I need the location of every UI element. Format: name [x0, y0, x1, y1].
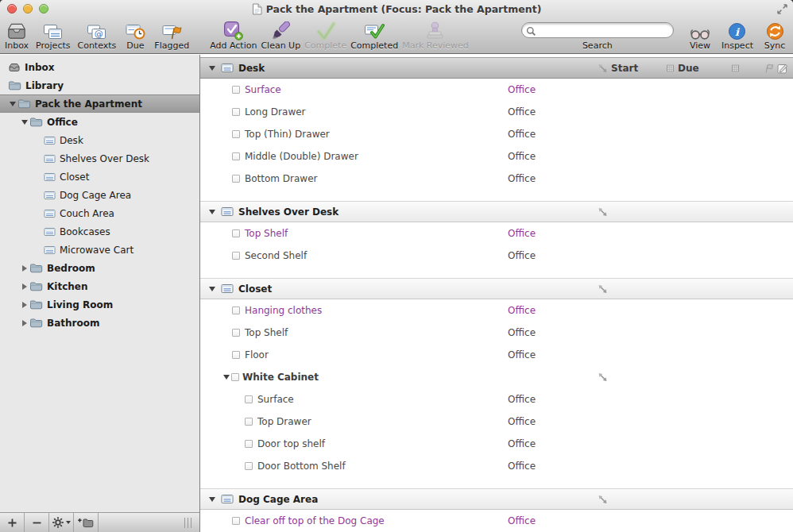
toolbar-button-sync[interactable]: Sync — [763, 19, 787, 51]
sidebar-item-living-room[interactable]: Living Room — [0, 295, 199, 314]
task-context[interactable]: Office — [508, 250, 536, 261]
task-checkbox[interactable] — [232, 130, 240, 138]
toolbar-button-view[interactable]: View — [688, 19, 712, 51]
task-context[interactable]: Office — [508, 327, 536, 338]
toolbar-button-flagged[interactable]: Flagged — [154, 19, 189, 51]
task-context[interactable]: Office — [508, 349, 536, 360]
sidebar-item-shelves-over-desk[interactable]: Shelves Over Desk — [0, 149, 199, 168]
toolbar-button-inbox[interactable]: Inbox — [5, 19, 29, 51]
disclosure-triangle[interactable] — [19, 299, 29, 310]
task-checkbox[interactable] — [232, 229, 240, 237]
toolbar-button-projects[interactable]: Projects — [36, 19, 70, 51]
sidebar-item-library[interactable]: Library — [0, 76, 199, 94]
toolbar-button-clean-up[interactable]: Clean Up — [261, 19, 300, 51]
disclosure-triangle[interactable] — [207, 494, 217, 504]
task-checkbox[interactable] — [232, 351, 240, 359]
minimize-button[interactable] — [23, 4, 33, 13]
task-context[interactable]: Office — [508, 461, 536, 472]
task-long-drawer[interactable]: Long DrawerOffice — [200, 101, 793, 123]
sidebar-item-office[interactable]: Office — [0, 113, 199, 131]
task-context[interactable]: Office — [508, 438, 536, 449]
sidebar-item-bathroom[interactable]: Bathroom — [0, 314, 199, 332]
task-context[interactable]: Office — [508, 228, 536, 239]
task-top-thin-drawer[interactable]: Top (Thin) DrawerOffice — [200, 123, 793, 145]
task-floor[interactable]: FloorOffice — [200, 344, 793, 366]
remove-button[interactable] — [25, 513, 49, 532]
task-context[interactable]: Office — [508, 151, 536, 162]
task-context[interactable]: Office — [508, 394, 536, 405]
column-header-due[interactable]: Due — [678, 63, 699, 74]
toolbar-button-completed[interactable]: Completed — [350, 19, 398, 51]
group-header-closet[interactable]: Closet — [200, 278, 793, 299]
task-context[interactable]: Office — [508, 305, 536, 316]
task-checkbox[interactable] — [245, 418, 253, 426]
action-menu-button[interactable] — [49, 513, 74, 532]
task-checkbox[interactable] — [232, 517, 240, 525]
task-white-cabinet[interactable]: White Cabinet — [200, 366, 793, 388]
group-header-dog-cage-area[interactable]: Dog Cage Area — [200, 488, 793, 510]
task-checkbox[interactable] — [232, 152, 240, 160]
task-checkbox[interactable] — [232, 86, 240, 94]
disclosure-triangle[interactable] — [207, 206, 217, 217]
sidebar-item-pack-the-apartment[interactable]: Pack the Apartment — [0, 94, 199, 113]
sidebar-item-bedroom[interactable]: Bedroom — [0, 259, 199, 277]
sidebar-item-desk[interactable]: Desk — [0, 131, 199, 149]
column-header-start[interactable]: Start — [611, 63, 638, 74]
sidebar-item-inbox[interactable]: Inbox — [0, 58, 199, 76]
task-door-top-shelf[interactable]: Door top shelfOffice — [200, 433, 793, 455]
group-header-desk[interactable]: DeskStartDue — [200, 57, 793, 79]
task-bottom-drawer[interactable]: Bottom DrawerOffice — [200, 168, 793, 190]
add-button[interactable] — [0, 513, 25, 532]
disclosure-triangle[interactable] — [19, 281, 29, 291]
task-door-bottom-shelf[interactable]: Door Bottom ShelfOffice — [200, 455, 793, 477]
task-context[interactable]: Office — [508, 106, 536, 118]
sidebar-resize-handle[interactable] — [184, 518, 192, 528]
sidebar-item-kitchen[interactable]: Kitchen — [0, 277, 199, 295]
task-surface[interactable]: SurfaceOffice — [200, 388, 793, 411]
sidebar-item-microwave-cart[interactable]: Microwave Cart — [0, 241, 199, 259]
toolbar-button-inspect[interactable]: iInspect — [721, 19, 753, 51]
close-button[interactable] — [7, 4, 17, 13]
titlebar[interactable]: Pack the Apartment (Focus: Pack the Apar… — [0, 0, 793, 17]
disclosure-triangle[interactable] — [221, 372, 231, 383]
sidebar-item-closet[interactable]: Closet — [0, 168, 199, 186]
disclosure-triangle[interactable] — [7, 98, 17, 109]
task-checkbox[interactable] — [245, 462, 253, 470]
task-context[interactable]: Office — [508, 416, 536, 427]
task-context[interactable]: Office — [508, 515, 536, 526]
toolbar-button-due[interactable]: Due — [123, 19, 147, 51]
task-second-shelf[interactable]: Second ShelfOffice — [200, 245, 793, 267]
group-header-shelves-over-desk[interactable]: Shelves Over Desk — [200, 201, 793, 222]
task-clear-off-top-of-the-dog-cage[interactable]: Clear off top of the Dog CageOffice — [200, 510, 793, 532]
disclosure-triangle[interactable] — [19, 263, 29, 273]
task-checkbox[interactable] — [232, 329, 240, 337]
toolbar-button-contexts[interactable]: @Contexts — [77, 19, 116, 51]
search-input[interactable] — [521, 22, 674, 38]
task-checkbox[interactable] — [245, 440, 253, 448]
task-context[interactable]: Office — [508, 84, 536, 95]
task-hanging-clothes[interactable]: Hanging clothesOffice — [200, 299, 793, 322]
disclosure-triangle[interactable] — [207, 283, 217, 294]
disclosure-triangle[interactable] — [19, 318, 29, 328]
sidebar-item-dog-cage-area[interactable]: Dog Cage Area — [0, 186, 199, 204]
task-checkbox[interactable] — [232, 175, 240, 183]
add-folder-button[interactable] — [74, 513, 99, 532]
toolbar-button-add-action[interactable]: Add Action — [210, 19, 257, 51]
task-checkbox[interactable] — [232, 252, 240, 260]
task-checkbox[interactable] — [232, 108, 240, 116]
task-top-shelf[interactable]: Top ShelfOffice — [200, 222, 793, 245]
task-top-drawer[interactable]: Top DrawerOffice — [200, 411, 793, 433]
task-middle-double-drawer[interactable]: Middle (Double) DrawerOffice — [200, 145, 793, 168]
task-surface[interactable]: SurfaceOffice — [200, 79, 793, 101]
task-context[interactable]: Office — [508, 129, 536, 140]
task-top-shelf[interactable]: Top ShelfOffice — [200, 322, 793, 344]
task-checkbox[interactable] — [245, 395, 253, 403]
sidebar-item-couch-area[interactable]: Couch Area — [0, 204, 199, 222]
task-checkbox[interactable] — [231, 373, 239, 381]
disclosure-triangle[interactable] — [19, 117, 29, 127]
task-checkbox[interactable] — [232, 306, 240, 314]
disclosure-triangle[interactable] — [207, 63, 217, 73]
fullscreen-icon[interactable] — [776, 3, 788, 15]
sidebar-item-bookcases[interactable]: Bookcases — [0, 222, 199, 241]
task-context[interactable]: Office — [508, 173, 536, 184]
